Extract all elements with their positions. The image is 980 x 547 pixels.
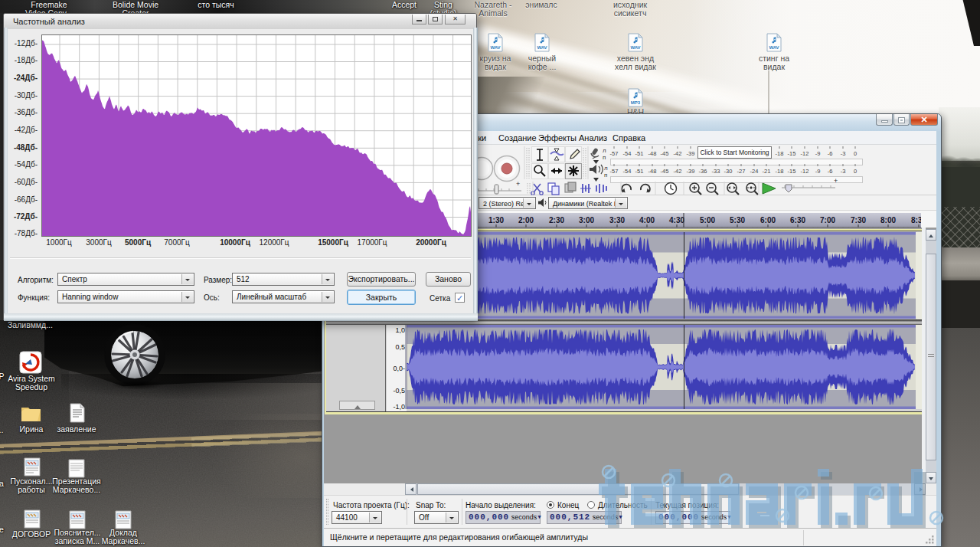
svg-text:-51: -51 <box>635 168 644 175</box>
svg-text:WAV: WAV <box>630 45 640 50</box>
svg-text:л: л <box>604 165 608 172</box>
svg-text:-54: -54 <box>623 150 632 157</box>
svg-text:8:30: 8:30 <box>911 216 921 224</box>
svg-text:WAV: WAV <box>537 45 547 50</box>
svg-text:-15: -15 <box>788 150 796 157</box>
svg-text:п: п <box>604 172 607 179</box>
svg-text:-42: -42 <box>674 168 682 175</box>
svg-text:-39: -39 <box>687 150 695 157</box>
svg-text:5:00: 5:00 <box>700 216 715 224</box>
svg-text:7:00: 7:00 <box>820 216 835 224</box>
svg-text:-3: -3 <box>841 150 846 157</box>
svg-text:-51: -51 <box>635 150 644 157</box>
svg-text:-42: -42 <box>674 150 682 157</box>
svg-text:6:30: 6:30 <box>790 216 805 224</box>
svg-text:-15: -15 <box>788 168 796 175</box>
svg-text:4:00: 4:00 <box>639 216 655 224</box>
svg-text:-27: -27 <box>737 168 746 175</box>
svg-text:7:30: 7:30 <box>851 216 866 224</box>
svg-text:1:30: 1:30 <box>488 216 504 224</box>
svg-text:-18: -18 <box>776 168 784 175</box>
svg-text:-33: -33 <box>712 168 720 175</box>
svg-text:+: + <box>834 177 838 185</box>
svg-text:-6: -6 <box>828 168 833 175</box>
svg-text:4:30: 4:30 <box>669 216 684 224</box>
svg-text:-39: -39 <box>687 168 695 175</box>
svg-text:3:00: 3:00 <box>579 216 594 224</box>
svg-text:-45: -45 <box>661 150 669 157</box>
svg-text:5:30: 5:30 <box>730 216 745 224</box>
svg-text:WAV: WAV <box>490 45 500 50</box>
svg-text:0: 0 <box>854 150 857 157</box>
svg-text:-12: -12 <box>801 168 809 175</box>
svg-text:-3: -3 <box>841 168 846 175</box>
svg-text:+: + <box>516 180 520 188</box>
svg-text:WAV: WAV <box>769 45 779 50</box>
svg-text:-6: -6 <box>828 150 833 157</box>
svg-text:-57: -57 <box>610 168 619 175</box>
svg-text:MP3: MP3 <box>631 100 641 105</box>
svg-text:-9: -9 <box>815 168 821 175</box>
svg-text:3:30: 3:30 <box>609 216 625 224</box>
svg-text:-57: -57 <box>610 150 619 157</box>
svg-text:-48: -48 <box>648 168 657 175</box>
svg-text:л: л <box>603 147 606 154</box>
svg-text:0: 0 <box>854 168 857 175</box>
svg-text:-24: -24 <box>750 168 759 175</box>
svg-text:6:00: 6:00 <box>760 216 776 224</box>
svg-text:-18: -18 <box>776 150 784 157</box>
svg-text:п: п <box>603 154 606 161</box>
svg-text:8:00: 8:00 <box>880 216 896 224</box>
svg-text:-21: -21 <box>763 168 771 175</box>
svg-text:-45: -45 <box>661 168 669 175</box>
svg-text:-9: -9 <box>815 150 821 157</box>
svg-text:2:00: 2:00 <box>518 216 534 224</box>
svg-text:-12: -12 <box>801 150 809 157</box>
svg-text:-54: -54 <box>623 168 632 175</box>
svg-text:2:30: 2:30 <box>549 216 564 224</box>
svg-text:-30: -30 <box>724 168 733 175</box>
svg-text:-48: -48 <box>648 150 657 157</box>
svg-text:-36: -36 <box>699 168 707 175</box>
